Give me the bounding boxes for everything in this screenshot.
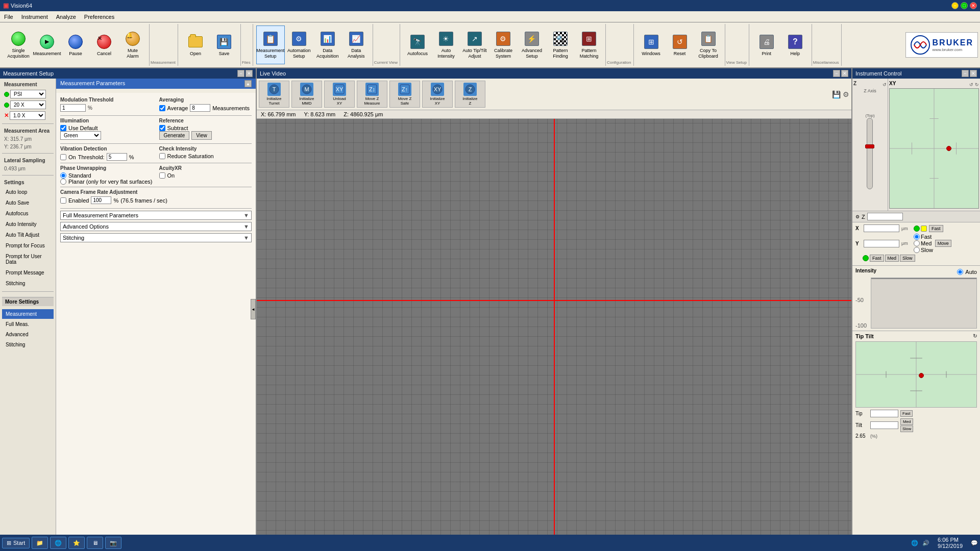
settings-auto-tilt[interactable]: Auto Tilt Adjust [2,230,54,240]
auto-tip-tilt-button[interactable]: ↗ Auto Tip/TiltAdjust [460,26,489,64]
measurement-setup-close-button[interactable]: ✕ [246,70,253,77]
settings-prompt-focus[interactable]: Prompt for Focus [2,241,54,251]
phase-standard-radio[interactable] [60,172,66,179]
initialize-mmd-button[interactable]: M InitializeMMD [291,81,322,108]
taskbar-item-2[interactable]: 🌐 [50,537,66,549]
pattern-finding-button[interactable]: 🔍 PatternFinding [546,26,575,64]
pattern-matching-button[interactable]: ⊞ PatternMatching [575,26,603,64]
windows-button[interactable]: ⊞ Windows [637,26,666,64]
vibration-threshold-input[interactable] [107,153,127,161]
save-button[interactable]: 💾 Save [210,26,238,64]
x-fast-button[interactable]: Fast [929,225,943,232]
x-position-input[interactable]: 66799.5 [864,224,899,232]
taskbar-item-5[interactable]: 📷 [105,537,121,549]
menu-instrument[interactable]: Instrument [17,13,52,21]
xy-grid[interactable] [889,88,979,209]
tip-tilt-grid[interactable] [855,341,977,408]
tip-value-input[interactable]: 0.24 ° [870,410,898,417]
averaging-checkbox[interactable] [159,105,165,111]
settings-auto-intensity[interactable]: Auto Intensity [2,219,54,229]
mute-alarm-button[interactable]: 🔔 MuteAlarm [118,26,147,64]
advanced-options-dropdown[interactable]: Advanced Options ▼ [60,222,252,231]
nav-advanced[interactable]: Advanced [2,330,54,339]
minimize-button[interactable]: − [951,2,959,9]
maximize-button[interactable]: □ [961,2,968,9]
tilt-med-btn[interactable]: Med [900,418,913,425]
objective1-dropdown[interactable]: 20 X [10,101,46,109]
menu-preferences[interactable]: Preferences [80,13,118,21]
illumination-default-checkbox[interactable] [60,125,66,131]
live-video-minimize-button[interactable]: − [833,70,840,77]
settings-auto-save[interactable]: Auto Save [2,198,54,208]
z-slider-thumb[interactable] [865,144,874,148]
z-slow-btn[interactable]: Slow [900,255,915,262]
illumination-dropdown[interactable]: Green [60,131,101,140]
settings-prompt-user[interactable]: Prompt for User Data [2,252,54,267]
copy-clipboard-button[interactable]: 📋 Copy ToClipboard [694,26,723,64]
pause-button[interactable]: Pause [61,26,90,64]
intensity-auto-radio[interactable] [957,269,963,275]
view-button[interactable]: View [191,131,212,140]
unload-xy-button[interactable]: XY UnloadXY [324,81,355,108]
settings-prompt-msg[interactable]: Prompt Message [2,268,54,278]
params-collapse-button[interactable]: ▲ [244,80,252,87]
camera-enabled-checkbox[interactable] [60,197,66,204]
move-button[interactable]: Move [935,240,951,247]
z-slider-track[interactable] [867,118,873,189]
generate-button[interactable]: Generate [159,131,190,140]
speed-slow-radio[interactable] [914,247,920,253]
initialize-xy-button[interactable]: XY InitializeXY [422,81,453,108]
camera-value-input[interactable] [91,196,111,204]
x-green-indicator[interactable] [914,226,920,232]
menu-file[interactable]: File [0,13,17,21]
speed-med-radio[interactable] [914,240,920,246]
z-refresh-icon[interactable]: ↺ [883,82,887,87]
live-video-area[interactable] [257,119,851,540]
x-yellow-indicator[interactable] [921,226,927,232]
measurement-setup-button[interactable]: 📋 MeasurementSetup [256,26,285,64]
data-analysis-button[interactable]: 📈 DataAnalysis [342,26,371,64]
reduce-saturation-checkbox[interactable] [159,153,165,159]
taskbar-item-1[interactable]: 📁 [32,537,48,549]
acuity-on-checkbox[interactable] [159,172,165,179]
full-measurement-dropdown[interactable]: Full Measurement Parameters ▼ [60,211,252,220]
speed-fast-radio[interactable] [914,234,920,240]
autofocus-button[interactable]: 🔭 Autofocus [403,26,432,64]
close-button[interactable]: ✕ [970,2,977,9]
measurement-button[interactable]: ▶ Measurement [33,26,61,64]
z-fast-btn[interactable]: Fast [870,255,884,262]
settings-autofocus[interactable]: Autofocus [2,209,54,218]
start-button[interactable]: ⊞ Start [2,538,30,548]
settings-stitching[interactable]: Stitching [2,279,54,288]
tip-fast-btn[interactable]: Fast [900,410,913,417]
data-acquisition-button[interactable]: 📊 DataAcquisition [313,26,342,64]
initialize-turret-button[interactable]: T InitializeTurret [259,81,289,108]
stitching-dropdown[interactable]: Stitching ▼ [60,233,252,242]
psi-dropdown[interactable]: PSI [10,90,46,98]
tilt-slow-btn[interactable]: Slow [900,425,913,432]
move-z-measure-button[interactable]: Z↕ Move ZMeasure [357,81,387,108]
z-value-input[interactable]: 4860.93 μm [867,213,903,220]
automation-setup-button[interactable]: ⚙ AutomationSetup [285,26,313,64]
cancel-button[interactable]: ✕ Cancel [90,26,118,64]
help-button[interactable]: ? Help [781,26,810,64]
measurement-setup-minimize-button[interactable]: − [237,70,244,77]
open-button[interactable]: Open [181,26,210,64]
nav-full-meas[interactable]: Full Meas. [2,319,54,329]
xy-refresh-icon1[interactable]: ↺ [969,82,973,87]
print-button[interactable]: 🖨 Print [752,26,781,64]
y-position-input[interactable]: 8623 [864,240,899,247]
taskbar-item-4[interactable]: 🖥 [87,537,103,549]
xy-refresh-icon2[interactable]: ↻ [975,82,979,87]
reference-subtract-checkbox[interactable] [159,125,165,131]
z-green-btn[interactable] [863,255,869,261]
averaging-count-input[interactable] [190,104,210,112]
auto-intensity-button[interactable]: ☀ AutoIntensity [432,26,460,64]
z-med-btn[interactable]: Med [885,255,899,262]
move-z-safe-button[interactable]: Z↑ Move ZSafe [389,81,420,108]
taskbar-item-3[interactable]: ⭐ [68,537,85,549]
video-settings-icon[interactable]: ⚙ [843,90,849,98]
objective2-dropdown[interactable]: 1.0 X [10,111,45,120]
vibration-on-checkbox[interactable] [60,154,66,160]
menu-analyze[interactable]: Analyze [52,13,80,21]
